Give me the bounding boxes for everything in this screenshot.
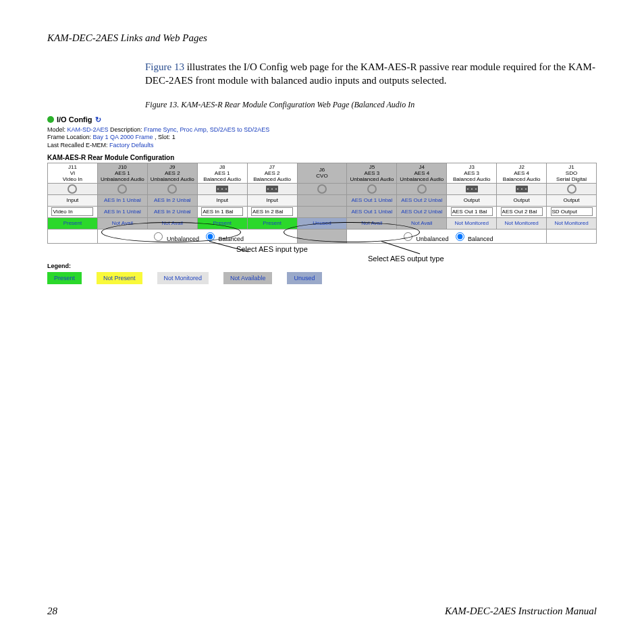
intro-text: illustrates the I/O Config web page for … xyxy=(145,61,595,86)
bnc-connector-icon xyxy=(68,184,77,194)
col-header: J6CVO xyxy=(297,163,347,183)
status-cell: Present xyxy=(197,217,247,229)
legend-item: Present xyxy=(47,272,82,284)
legend-item: Not Present xyxy=(97,272,142,284)
legend: Legend: PresentNot PresentNot MonitoredN… xyxy=(47,263,597,284)
balanced-radio[interactable] xyxy=(206,232,215,241)
io-direction: AES Out 1 Unbal xyxy=(347,194,397,206)
balanced-radio[interactable] xyxy=(456,232,464,241)
status-cell: Not Monitored xyxy=(447,217,497,229)
col-header: J7AES 2Balanced Audio xyxy=(247,163,297,183)
io-direction: Output xyxy=(497,194,547,206)
unbalanced-radio[interactable] xyxy=(154,232,163,241)
col-header: J3AES 3Balanced Audio xyxy=(447,163,497,183)
status-dot-icon xyxy=(47,116,54,123)
status-cell: Not Avail xyxy=(347,217,397,229)
col-header: J8AES 1Balanced Audio xyxy=(197,163,247,183)
signal-name-input[interactable] xyxy=(451,207,493,216)
io-direction: Output xyxy=(447,194,497,206)
io-direction: AES In 2 Unbal xyxy=(147,194,197,206)
status-cell: Not Avail xyxy=(147,217,197,229)
col-header: J2AES 4Balanced Audio xyxy=(497,163,547,183)
figure-caption: Figure 13. KAM-AES-R Rear Module Configu… xyxy=(145,100,597,110)
signal-name-input[interactable] xyxy=(501,207,543,216)
intro-paragraph: Figure 13 illustrates the I/O Config web… xyxy=(145,60,597,88)
aes-type-selector[interactable]: Unbalanced Balanced xyxy=(97,229,297,243)
bnc-connector-icon xyxy=(117,184,127,194)
signal-name-input[interactable] xyxy=(201,207,243,216)
bnc-connector-icon xyxy=(417,184,427,194)
legend-item: Unused xyxy=(287,272,321,284)
callout-input: Select AES input type xyxy=(236,245,308,253)
col-header: J9AES 2Unbalanced Audio xyxy=(147,163,197,183)
status-cell: Not Monitored xyxy=(547,217,597,229)
unbalanced-radio[interactable] xyxy=(404,232,412,241)
balanced-connector-icon xyxy=(216,186,228,192)
col-header: J11VIVideo In xyxy=(48,163,98,183)
col-header: J1SDOSerial Digital xyxy=(547,163,597,183)
signal-name: AES Out 2 Unbal xyxy=(397,206,447,217)
io-config-screenshot: I/O Config ↻ Model: KAM-SD-2AES Descript… xyxy=(47,115,597,284)
figure-ref-link[interactable]: Figure 13 xyxy=(145,61,184,72)
status-cell: Not Monitored xyxy=(497,217,547,229)
balanced-connector-icon xyxy=(266,186,278,192)
io-direction: AES Out 2 Unbal xyxy=(397,194,447,206)
bnc-connector-icon xyxy=(367,184,377,194)
config-subtitle: KAM-AES-R Rear Module Configuration xyxy=(47,154,597,161)
io-direction xyxy=(297,194,347,206)
callout-output: Select AES output type xyxy=(368,254,444,263)
status-cell: Present xyxy=(48,217,98,229)
signal-name-input[interactable] xyxy=(51,207,93,216)
io-direction: Input xyxy=(247,194,297,206)
col-header: J5AES 3Unbalanced Audio xyxy=(347,163,397,183)
signal-name: AES Out 1 Unbal xyxy=(347,206,397,217)
signal-name xyxy=(297,206,347,217)
signal-name-input[interactable] xyxy=(551,207,593,216)
col-header: J4AES 4Unbalanced Audio xyxy=(397,163,447,183)
page-header: KAM-DEC-2AES Links and Web Pages xyxy=(47,32,597,44)
footer-title: KAM-DEC-2AES Instruction Manual xyxy=(445,606,597,617)
balanced-connector-icon xyxy=(466,186,478,192)
status-cell: Not Avail xyxy=(97,217,147,229)
io-direction: Output xyxy=(547,194,597,206)
page-number: 28 xyxy=(47,606,57,617)
signal-name-input[interactable] xyxy=(251,207,293,216)
legend-item: Not Monitored xyxy=(157,272,209,284)
signal-name: AES In 1 Unbal xyxy=(97,206,147,217)
status-cell: Present xyxy=(247,217,297,229)
io-direction: Input xyxy=(197,194,247,206)
signal-name: AES In 2 Unbal xyxy=(147,206,197,217)
bnc-connector-icon xyxy=(167,184,177,194)
col-header: J10AES 1Unbalanced Audio xyxy=(97,163,147,183)
bnc-connector-icon xyxy=(567,184,576,194)
aes-type-selector[interactable]: Unbalanced Balanced xyxy=(347,229,547,243)
io-config-title: I/O Config xyxy=(57,115,92,124)
module-meta: Model: KAM-SD-2AES Description: Frame Sy… xyxy=(47,126,597,150)
status-cell: Unused xyxy=(297,217,347,229)
bnc-connector-icon xyxy=(317,184,327,194)
balanced-connector-icon xyxy=(516,186,528,192)
status-cell: Not Avail xyxy=(397,217,447,229)
io-direction: AES In 1 Unbal xyxy=(97,194,147,206)
legend-item: Not Available xyxy=(223,272,272,284)
rear-module-table: J11VIVideo InJ10AES 1Unbalanced AudioJ9A… xyxy=(47,163,597,244)
refresh-icon[interactable]: ↻ xyxy=(95,115,101,124)
io-direction: Input xyxy=(48,194,98,206)
